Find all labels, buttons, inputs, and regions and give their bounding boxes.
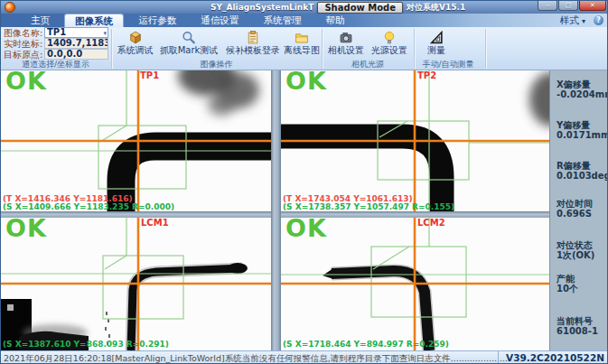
tab-system-mgmt[interactable]: 系统管理	[253, 14, 311, 27]
vertical-splitter[interactable]	[271, 70, 281, 350]
help-icon[interactable]: ?	[594, 15, 603, 25]
tab-home[interactable]: 主页	[21, 14, 60, 27]
tab-image-system[interactable]: 图像系统	[64, 14, 124, 27]
group-caption-measure: 手动/自动测量	[412, 59, 484, 70]
title-bar: SY_AliagnSystemLinkT Shadow Mode 对位系统V15…	[1, 1, 608, 14]
ribbon-toolbar: 图像名称: TP1▾ 实时坐标: 1409.7,1183.2 目标原点: 0.0…	[1, 27, 608, 70]
camera-grid: OK TP1 (T X=1416.346 Y=1181.616) (S X=14…	[1, 70, 608, 350]
window-title-left: SY_AliagnSystemLinkT	[210, 3, 313, 12]
r-offset-item: R偏移量0.0103deg	[550, 161, 608, 181]
align-status-item: 对位状态1次(OK)	[550, 240, 608, 260]
tab-run-params[interactable]: 运行参数	[128, 14, 186, 27]
camera-view-tp2[interactable]: OK TP2 (T X=1743.054 Y=1061.613) (S X=17…	[281, 70, 549, 211]
maximize-button[interactable]: □	[558, 1, 578, 11]
camera-label: LCM2	[417, 218, 445, 228]
camera-view-lcm1[interactable]: OK LCM1 (S X=1387.610 Y=868.093 R=0.291)	[1, 218, 271, 350]
sample-coords-text: (S X=1738.357 Y=1057.497 R=0.155)	[283, 202, 454, 211]
image-name-label: 图像名称:	[4, 28, 45, 39]
group-caption-image-ops: 图像操作	[112, 59, 321, 70]
align-time-item: 对位时间0.696S	[550, 199, 608, 219]
ok-status: OK	[5, 218, 47, 242]
chevron-down-icon: ▾	[582, 17, 585, 25]
folder-icon	[294, 30, 310, 45]
realtime-coord-field[interactable]: 1409.7,1183.2	[44, 38, 108, 49]
tab-help[interactable]: 帮助	[315, 14, 354, 27]
throughput-item: 产能10个	[550, 274, 608, 294]
y-offset-item: Y偏移量0.0171mm	[550, 120, 608, 140]
camera-view-tp1[interactable]: OK TP1 (T X=1416.346 Y=1181.616) (S X=14…	[1, 70, 271, 211]
part-number-item: 当前料号61008-1	[550, 316, 608, 336]
camera-label: LCM1	[141, 218, 169, 228]
version-text: V39.2C20210522N	[498, 351, 604, 364]
bulb-icon	[381, 30, 398, 45]
close-button[interactable]: ✕	[579, 1, 606, 11]
cube-icon	[127, 30, 144, 45]
realtime-coord-label: 实时坐标:	[4, 39, 45, 50]
image-name-combo[interactable]: TP1▾	[44, 27, 108, 38]
combo-arrow-icon: ▾	[103, 29, 107, 38]
sample-coords-text: (S X=1409.666 Y=1183.235 R=0.000)	[3, 202, 174, 211]
ok-status: OK	[285, 70, 327, 95]
camera-label: TP2	[417, 70, 436, 80]
sample-coords-text: (S X=1387.610 Y=868.093 R=0.291)	[3, 340, 169, 349]
camera-view-lcm2[interactable]: OK LCM2 (S X=1718.464 Y=894.997 R=0.259)	[281, 218, 549, 350]
status-message: 2021年06月28日16:20:18[MasterAlign_LinkToWo…	[4, 351, 526, 364]
measurement-panel: X偏移量-0.0204mm Y偏移量0.0171mm R偏移量0.0103deg…	[549, 70, 608, 350]
style-dropdown[interactable]: 样式 ▾	[560, 14, 585, 27]
app-window: SY_AliagnSystemLinkT Shadow Mode 对位系统V15…	[0, 0, 608, 364]
camera-label: TP1	[140, 70, 159, 80]
ok-status: OK	[5, 70, 47, 95]
menu-tab-row: 主页 图像系统 运行参数 通信设置 系统管理 帮助 样式 ▾ ?	[1, 14, 608, 27]
tab-comm-settings[interactable]: 通信设置	[191, 14, 248, 27]
magnifier-icon	[181, 30, 197, 45]
ok-status: OK	[285, 218, 327, 242]
app-logo-icon	[5, 2, 15, 13]
shadow-mode-badge: Shadow Mode	[317, 2, 403, 14]
group-caption-channel: 通道选择/坐标显示	[1, 59, 110, 70]
group-caption-camera-light: 相机光源	[323, 59, 413, 70]
status-bar: 2021年06月28日16:20:18[MasterAlign_LinkToWo…	[1, 350, 608, 364]
clipboard-icon	[245, 30, 261, 45]
setsquare-icon	[428, 30, 444, 45]
window-title-right: 对位系统V15.1	[407, 2, 465, 14]
x-offset-item: X偏移量-0.0204mm	[550, 79, 608, 99]
sample-coords-text: (S X=1718.464 Y=894.997 R=0.259)	[283, 340, 449, 349]
minimize-button[interactable]: –	[538, 1, 557, 11]
camera-icon	[338, 30, 354, 45]
